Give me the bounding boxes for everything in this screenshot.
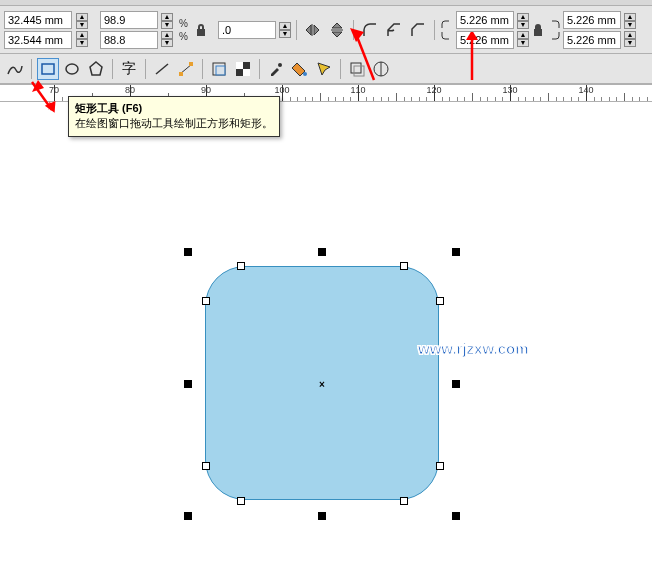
rotation-input[interactable] [218, 21, 276, 39]
fill-tool[interactable] [289, 58, 311, 80]
selection-handle-tm[interactable] [318, 248, 326, 256]
rectangle-tool[interactable] [37, 58, 59, 80]
freehand-tool[interactable] [4, 58, 26, 80]
shape-node[interactable] [436, 462, 444, 470]
effect-tool-1[interactable] [346, 58, 368, 80]
drawing-canvas[interactable]: 矩形工具 (F6) 在绘图窗口拖动工具绘制正方形和矩形。 × www.rjzxw… [0, 102, 652, 563]
ruler-label: 90 [201, 85, 211, 95]
selection-handle-mr[interactable] [452, 380, 460, 388]
x-down[interactable]: ▼ [76, 21, 88, 29]
bezier-tool[interactable] [175, 58, 197, 80]
percent-label-2: % [179, 31, 188, 42]
corner-lock-button[interactable] [531, 23, 545, 37]
svg-point-1 [66, 64, 78, 74]
line-tool[interactable] [151, 58, 173, 80]
corner-right-group: ▲▼ ▲▼ [547, 11, 636, 49]
tooltip-title: 矩形工具 (F6) [75, 101, 273, 116]
svg-rect-7 [216, 66, 225, 75]
object-y-input[interactable] [4, 31, 72, 49]
selection-handle-bm[interactable] [318, 512, 326, 520]
y-down[interactable]: ▼ [76, 39, 88, 47]
corner-tr-input[interactable] [563, 11, 621, 29]
sy-down[interactable]: ▼ [161, 39, 173, 47]
svg-marker-2 [90, 62, 102, 75]
eyedropper-tool[interactable] [265, 58, 287, 80]
shape-node[interactable] [202, 462, 210, 470]
mirror-horizontal-button[interactable] [302, 19, 324, 41]
effect-tool-2[interactable] [370, 58, 392, 80]
watermark-text: www.rjzxw.com [418, 340, 529, 357]
pattern-fill-tool[interactable] [232, 58, 254, 80]
shape-node[interactable] [400, 262, 408, 270]
sx-up[interactable]: ▲ [161, 13, 173, 21]
separator [340, 59, 341, 79]
svg-rect-9 [236, 62, 243, 69]
selection-handle-ml[interactable] [184, 380, 192, 388]
lock-ratio-button[interactable] [194, 23, 208, 37]
corner-tr-icon [547, 19, 561, 29]
object-x-input[interactable] [4, 11, 72, 29]
corner-bl-input[interactable] [456, 31, 514, 49]
separator [31, 59, 32, 79]
corner-br-input[interactable] [563, 31, 621, 49]
cbl-up[interactable]: ▲ [517, 31, 529, 39]
ellipse-tool[interactable] [61, 58, 83, 80]
corner-tl-icon [440, 19, 454, 29]
selection-handle-tl[interactable] [184, 248, 192, 256]
shape-node[interactable] [400, 497, 408, 505]
selection-handle-tr[interactable] [452, 248, 460, 256]
shape-node[interactable] [237, 497, 245, 505]
chamfer-corner-button[interactable] [407, 19, 429, 41]
rot-down[interactable]: ▼ [279, 30, 291, 38]
corner-left-group: ▲▼ ▲▼ [440, 11, 529, 49]
mirror-vertical-button[interactable] [326, 19, 348, 41]
round-corner-button[interactable] [359, 19, 381, 41]
scale-stack [100, 11, 158, 49]
ctl-up[interactable]: ▲ [517, 13, 529, 21]
cbr-down[interactable]: ▼ [624, 39, 636, 47]
spin-col-1: ▲▼ ▲▼ [75, 13, 88, 47]
corner-tl-input[interactable] [456, 11, 514, 29]
separator [202, 59, 203, 79]
crop-tool[interactable] [208, 58, 230, 80]
x-up[interactable]: ▲ [76, 13, 88, 21]
shape-node[interactable] [436, 297, 444, 305]
ruler-label: 70 [49, 85, 59, 95]
sy-up[interactable]: ▲ [161, 31, 173, 39]
polygon-tool[interactable] [85, 58, 107, 80]
scallop-corner-button[interactable] [383, 19, 405, 41]
ctr-up[interactable]: ▲ [624, 13, 636, 21]
sx-down[interactable]: ▼ [161, 21, 173, 29]
separator [434, 20, 435, 40]
outline-tool[interactable] [313, 58, 335, 80]
selection-handle-br[interactable] [452, 512, 460, 520]
shape-node[interactable] [202, 297, 210, 305]
text-tool[interactable]: 字 [118, 58, 140, 80]
ruler-label: 120 [426, 85, 441, 95]
position-stack [4, 11, 72, 49]
ruler-label: 110 [350, 85, 365, 95]
shape-node[interactable] [237, 262, 245, 270]
rectangle-tool-tooltip: 矩形工具 (F6) 在绘图窗口拖动工具绘制正方形和矩形。 [68, 96, 280, 137]
scale-x-input[interactable] [100, 11, 158, 29]
object-center-marker: × [319, 379, 325, 390]
selection-handle-bl[interactable] [184, 512, 192, 520]
svg-line-3 [156, 64, 168, 74]
svg-point-11 [278, 63, 282, 67]
svg-rect-10 [243, 69, 250, 76]
spin-col-2: ▲▼ ▲▼ [160, 13, 173, 47]
rot-up[interactable]: ▲ [279, 22, 291, 30]
separator [259, 59, 260, 79]
percent-label: % [179, 18, 188, 29]
y-up[interactable]: ▲ [76, 31, 88, 39]
cbr-up[interactable]: ▲ [624, 31, 636, 39]
scale-y-input[interactable] [100, 31, 158, 49]
ruler-label: 100 [274, 85, 289, 95]
svg-rect-0 [42, 64, 54, 74]
separator [353, 20, 354, 40]
rotation-spin: ▲▼ [279, 22, 291, 38]
svg-rect-4 [179, 72, 183, 76]
ctr-down[interactable]: ▼ [624, 21, 636, 29]
cbl-down[interactable]: ▼ [517, 39, 529, 47]
ctl-down[interactable]: ▼ [517, 21, 529, 29]
